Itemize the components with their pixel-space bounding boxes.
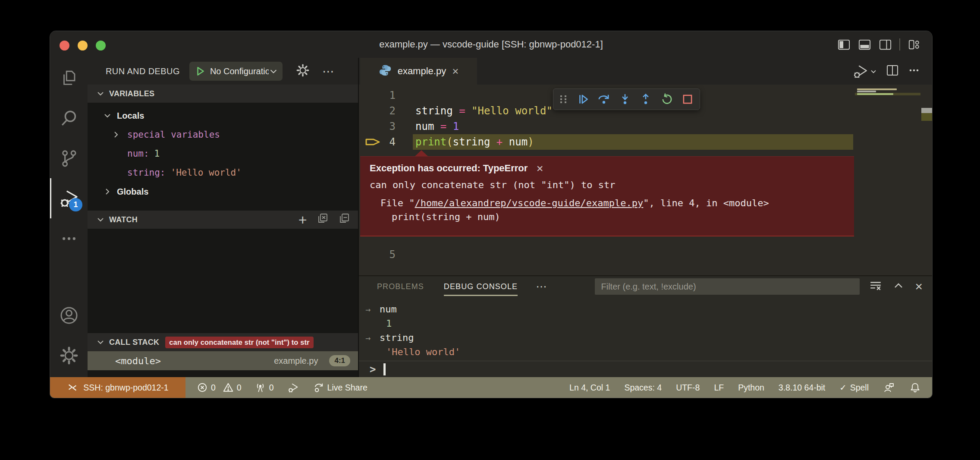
debug-run-file-icon[interactable] [852,63,878,80]
sidebar-item-source-control[interactable] [50,138,88,178]
tree-item-num[interactable]: num: 1 [88,144,358,163]
exception-traceback-line: File "/home/alexandrep/vscode-guide/exam… [380,198,854,208]
spell-status[interactable]: ✓Spell [839,383,869,393]
editor-more-actions-icon[interactable] [907,63,921,79]
cursor-position-status[interactable]: Ln 4, Col 1 [569,383,610,393]
locals-label: Locals [117,111,144,121]
variables-section-header[interactable]: VARIABLES [88,85,358,103]
tab-example-py[interactable]: example.py × [360,58,477,85]
close-window-button[interactable] [60,41,69,50]
tab-problems[interactable]: PROBLEMS [377,276,424,297]
toggle-secondary-sidebar-icon[interactable] [879,38,892,51]
indentation-status[interactable]: Spaces: 4 [624,383,662,393]
tree-item-string[interactable]: string: 'Hello world' [88,163,358,182]
step-out-icon[interactable] [639,93,652,106]
chevron-right-icon [112,130,120,139]
current-execution-arrow-icon[interactable] [364,136,382,150]
sidebar-item-search[interactable] [50,98,88,138]
bell-icon[interactable] [909,382,921,394]
exception-message: can only concatenate str (not "int") to … [370,180,854,190]
tree-item-globals[interactable]: Globals [88,182,358,201]
exception-widget: Exception has occurred: TypeError × can … [360,156,854,236]
status-bar: SSH: gbnwp-pod012-1 0 0 0 [50,377,932,398]
problems-status[interactable]: 0 0 [197,382,242,393]
restart-icon[interactable] [660,93,673,106]
scrollbar-slider[interactable] [921,108,932,113]
minimap[interactable] [855,85,920,275]
customize-layout-icon[interactable] [908,38,921,51]
sidebar-item-explorer[interactable] [50,58,88,98]
ports-status[interactable]: 0 [254,382,274,394]
feedback-icon[interactable] [883,381,895,394]
warning-count: 0 [237,383,242,393]
start-debug-icon[interactable] [195,66,206,77]
debug-toolbar [553,88,700,110]
collapse-all-icon[interactable] [338,213,350,227]
close-exception-icon[interactable]: × [536,162,543,174]
bottom-panel: PROBLEMS DEBUG CONSOLE ⋯ × [359,275,932,377]
debug-configuration-dropdown[interactable]: No Configuratio [189,62,283,81]
tree-item-locals[interactable]: Locals [88,106,358,125]
step-into-icon[interactable] [619,93,631,106]
watch-title: WATCH [109,215,138,224]
sidebar-item-more-views[interactable] [50,218,88,258]
step-over-icon[interactable] [597,93,610,106]
remote-icon [67,382,78,393]
views-more-actions[interactable]: ⋯ [322,64,335,79]
sidebar-title: RUN AND DEBUG [106,66,180,76]
chevron-down-icon[interactable] [869,67,878,76]
error-icon [197,382,208,393]
split-editor-icon[interactable] [886,63,899,79]
console-expression: string [380,332,414,343]
console-input-row[interactable]: > [359,361,932,377]
minimize-window-button[interactable] [78,41,88,50]
python-file-icon [379,64,392,79]
stop-icon[interactable] [681,93,694,106]
code-editor[interactable]: 1 2 3 4 5 string = "Hello world" num = 1… [359,85,932,275]
editor-scrollbar[interactable] [920,85,932,275]
continue-icon[interactable] [577,93,590,106]
warning-icon [223,382,234,393]
chevron-down-icon [103,111,112,120]
code-line-3: num = 1 [415,119,459,134]
maximize-panel-icon[interactable] [892,280,905,293]
live-share-status[interactable]: Live Share [313,382,368,394]
variables-tree: Locals special variables num: 1 string: … [88,103,358,211]
clear-console-icon[interactable] [869,279,882,294]
toggle-panel-icon[interactable] [858,38,871,51]
debug-settings-gear-icon[interactable] [295,63,310,79]
zoom-window-button[interactable] [96,41,106,50]
activity-bar: 1 [50,58,88,377]
tab-label: example.py [398,66,446,77]
manage-button[interactable] [50,335,88,375]
variable-value: 1 [154,148,160,159]
call-stack-frame-row[interactable]: <module> example.py 4:1 [88,351,358,370]
remove-all-expressions-icon[interactable] [317,213,329,227]
close-panel-icon[interactable]: × [915,280,923,293]
console-filter-input[interactable] [595,278,860,295]
chevron-down-icon [96,89,105,98]
tab-close-icon[interactable]: × [452,66,459,77]
panel-more-tabs-icon[interactable]: ⋯ [536,280,548,293]
add-expression-icon[interactable]: + [298,212,307,227]
debug-session-badge: 1 [69,198,82,211]
debug-status-icon[interactable] [287,381,300,394]
tree-item-special-variables[interactable]: special variables [88,125,358,144]
encoding-status[interactable]: UTF-8 [676,383,700,393]
search-icon [59,108,79,128]
traceback-file-link[interactable]: /home/alexandrep/vscode-guide/example.py [415,198,643,208]
sidebar-item-run-and-debug[interactable]: 1 [50,178,88,218]
watch-section-header[interactable]: WATCH + [88,211,358,229]
account-button[interactable] [50,295,88,335]
console-arrow-icon: → [359,304,380,315]
debug-console-output[interactable]: → num 1 → string 'Hello world' > [359,297,932,377]
toolbar-drag-handle[interactable] [559,94,569,105]
tab-debug-console[interactable]: DEBUG CONSOLE [444,276,518,297]
remote-indicator[interactable]: SSH: gbnwp-pod012-1 [50,377,185,398]
python-interpreter-status[interactable]: 3.8.10 64-bit [779,383,825,393]
call-stack-section-header[interactable]: CALL STACK can only concatenate str (not… [88,333,358,351]
language-status[interactable]: Python [738,383,764,393]
eol-status[interactable]: LF [714,383,724,393]
console-arrow-icon: → [359,333,380,343]
toggle-sidebar-icon[interactable] [837,38,851,51]
